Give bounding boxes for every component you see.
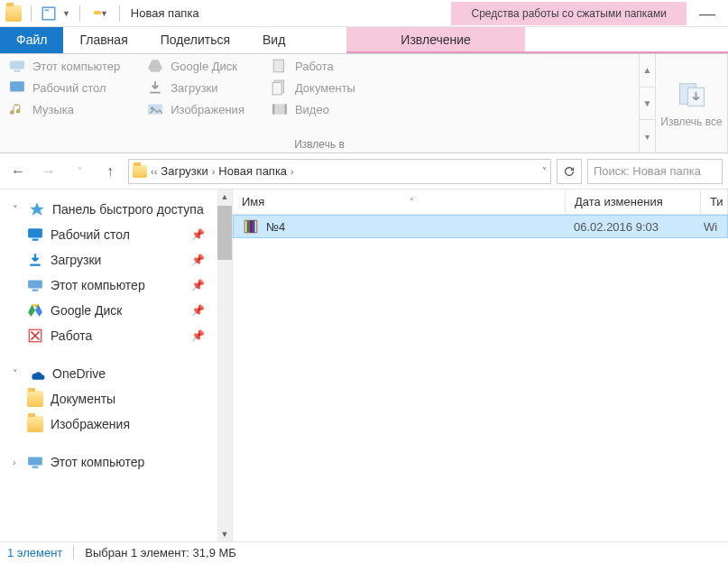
col-name[interactable]: Имя˄ (233, 190, 566, 214)
scroll-down-icon[interactable]: ▼ (217, 527, 232, 541)
dest-desktop[interactable]: Рабочий стол (9, 79, 120, 96)
col-type[interactable]: Ти (701, 190, 728, 214)
dest-google-drive[interactable]: Google Диск (147, 58, 244, 74)
chevron-right-icon[interactable]: › (13, 457, 16, 467)
chevron-right-icon[interactable]: ˅ (13, 368, 18, 380)
sidebar-item-desktop[interactable]: Рабочий стол📌 (0, 222, 232, 247)
dest-documents[interactable]: Документы (272, 79, 355, 96)
column-headers[interactable]: Имя˄ Дата изменения Ти (233, 190, 728, 215)
title-divider (119, 5, 120, 22)
sidebar-item-downloads[interactable]: Загрузки📌 (0, 247, 232, 273)
pin-icon: 📌 (191, 279, 205, 291)
file-list[interactable]: №4 06.02.2016 9:03 Wi (233, 215, 728, 541)
nav-forward-button[interactable]: → (36, 159, 61, 184)
address-dropdown-icon[interactable]: ˅ (542, 166, 547, 176)
sidebar-item-work[interactable]: Работа📌 (0, 323, 232, 348)
sidebar-onedrive[interactable]: ˅ OneDrive (0, 361, 232, 386)
breadcrumb-sep[interactable]: › (290, 166, 294, 177)
quick-access-icon (29, 201, 45, 217)
dest-label: Загрузки (170, 81, 217, 95)
properties-icon[interactable] (41, 5, 57, 22)
qat-divider-2 (79, 5, 80, 22)
dest-work[interactable]: Работа (272, 58, 355, 74)
nav-back-button[interactable]: ← (5, 159, 31, 184)
scroll-expand-icon[interactable]: ▾ (640, 120, 655, 153)
work-icon (27, 328, 43, 344)
sidebar-scrollbar[interactable]: ▲ ▼ (217, 190, 232, 541)
sidebar-item-documents[interactable]: Документы (0, 386, 232, 411)
tab-share[interactable]: Поделиться (144, 27, 246, 53)
onedrive-icon (29, 365, 45, 382)
col-date[interactable]: Дата изменения (566, 190, 701, 214)
svg-marker-5 (148, 60, 162, 72)
breadcrumb-sep[interactable]: › (212, 166, 216, 177)
svg-rect-19 (28, 280, 42, 288)
tab-home[interactable]: Главная (63, 27, 143, 53)
nav-recent-dropdown[interactable]: ˅ (67, 159, 92, 184)
search-input[interactable]: Поиск: Новая папка (587, 159, 723, 184)
breadcrumb-sep[interactable]: ‹‹ (151, 166, 157, 177)
svg-rect-8 (273, 60, 283, 72)
dest-label: Google Диск (170, 60, 237, 73)
dest-label: Видео (295, 103, 329, 116)
dest-this-pc[interactable]: Этот компьютер (9, 58, 120, 74)
sidebar-label: Работа (51, 328, 92, 343)
file-date: 06.02.2016 9:03 (565, 220, 700, 234)
breadcrumb-label: Новая папка (218, 164, 287, 178)
svg-rect-0 (42, 7, 55, 20)
refresh-button[interactable] (557, 159, 582, 184)
dest-music[interactable]: Музыка (9, 101, 120, 117)
breadcrumb-item[interactable]: Новая папка (218, 164, 287, 178)
svg-marker-16 (30, 202, 44, 216)
extract-all-button[interactable]: Извлечь все (656, 54, 728, 153)
sidebar-item-images[interactable]: Изображения (0, 411, 232, 437)
dest-downloads[interactable]: Загрузки (147, 79, 244, 96)
sidebar-quick-access[interactable]: ˅ Панель быстрого доступа (0, 197, 232, 222)
sidebar-label: Рабочий стол (51, 227, 130, 242)
refresh-icon (563, 165, 576, 178)
chevron-down-icon[interactable]: ˅ (13, 204, 18, 216)
ribbon-group-label: Извлечь в (9, 136, 630, 151)
svg-marker-23 (28, 304, 35, 317)
dest-video[interactable]: Видео (272, 101, 355, 117)
scroll-up-icon[interactable]: ▲ (217, 190, 232, 204)
file-row[interactable]: №4 06.02.2016 9:03 Wi (233, 215, 728, 238)
sidebar-label: Google Диск (51, 303, 122, 318)
app-folder-icon (5, 5, 22, 22)
desktop-icon (27, 227, 43, 243)
sidebar-label: Панель быстрого доступа (52, 202, 204, 217)
qat-dropdown-icon[interactable]: ▼ (62, 9, 70, 18)
dest-label: Изображения (170, 103, 244, 116)
nav-up-button[interactable]: ↑ (97, 159, 123, 184)
minimize-button[interactable]: — (687, 0, 728, 27)
tab-extract[interactable]: Извлечение (346, 27, 525, 53)
breadcrumb-label: Загрузки (161, 164, 207, 178)
sidebar-this-pc-root[interactable]: › Этот компьютер (0, 449, 232, 475)
pin-icon: 📌 (191, 254, 205, 266)
folder-icon (27, 416, 43, 432)
ribbon-gallery-scroll[interactable]: ▲ ▼ ▾ (640, 54, 656, 153)
svg-rect-2 (10, 60, 24, 69)
file-type: Wi (700, 220, 727, 234)
status-bar: 1 элемент Выбран 1 элемент: 31,9 МБ (0, 541, 728, 563)
rar-archive-icon (243, 218, 259, 235)
nav-pane[interactable]: ˅ Панель быстрого доступа Рабочий стол📌 … (0, 190, 233, 541)
tab-file[interactable]: Файл (0, 27, 63, 53)
sidebar-item-google-drive[interactable]: Google Диск📌 (0, 298, 232, 323)
svg-rect-30 (253, 220, 254, 233)
sidebar-label: Загрузки (51, 253, 101, 267)
extract-all-label: Извлечь все (660, 116, 722, 128)
sidebar-item-this-pc[interactable]: Этот компьютер📌 (0, 273, 232, 298)
ctx-spacer (525, 27, 728, 53)
dest-images[interactable]: Изображения (147, 101, 244, 117)
qat-dropdown-icon-2[interactable]: ▼ (100, 9, 108, 18)
scroll-thumb[interactable] (217, 206, 232, 260)
address-bar[interactable]: ‹‹ Загрузки › Новая папка › ˅ (128, 159, 551, 184)
scroll-up-icon[interactable]: ▲ (640, 54, 655, 88)
breadcrumb-item[interactable]: Загрузки (161, 164, 207, 178)
pc-icon (27, 454, 43, 470)
sidebar-label: OneDrive (52, 366, 106, 381)
tab-view[interactable]: Вид (246, 27, 301, 53)
svg-rect-18 (32, 239, 39, 241)
scroll-down-icon[interactable]: ▼ (640, 88, 655, 121)
